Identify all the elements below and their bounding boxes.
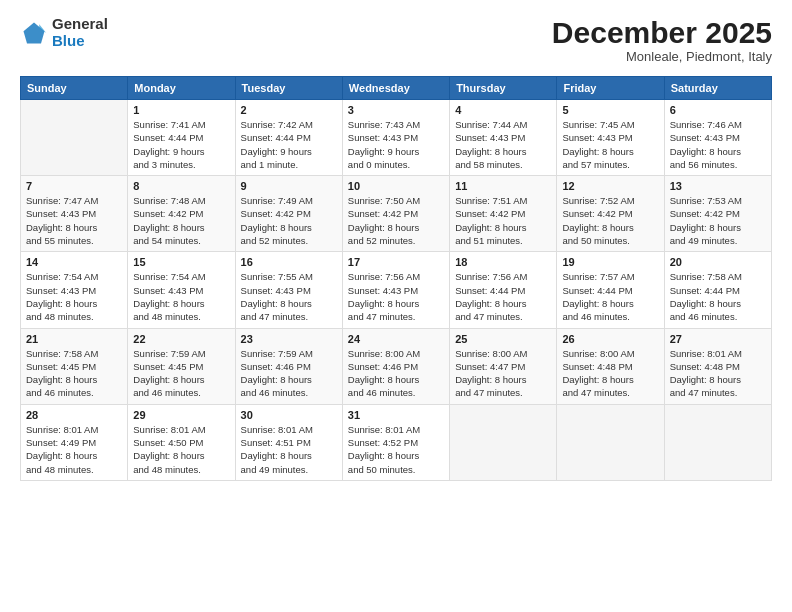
calendar-table: SundayMondayTuesdayWednesdayThursdayFrid… (20, 76, 772, 481)
calendar-week-row: 7Sunrise: 7:47 AMSunset: 4:43 PMDaylight… (21, 176, 772, 252)
day-info: Sunrise: 7:51 AMSunset: 4:42 PMDaylight:… (455, 194, 551, 247)
day-number: 11 (455, 180, 551, 192)
day-info: Sunrise: 7:44 AMSunset: 4:43 PMDaylight:… (455, 118, 551, 171)
calendar-cell: 25Sunrise: 8:00 AMSunset: 4:47 PMDayligh… (450, 328, 557, 404)
day-info: Sunrise: 7:55 AMSunset: 4:43 PMDaylight:… (241, 270, 337, 323)
day-info: Sunrise: 7:41 AMSunset: 4:44 PMDaylight:… (133, 118, 229, 171)
day-info: Sunrise: 7:54 AMSunset: 4:43 PMDaylight:… (133, 270, 229, 323)
calendar-cell: 9Sunrise: 7:49 AMSunset: 4:42 PMDaylight… (235, 176, 342, 252)
day-number: 19 (562, 256, 658, 268)
header-cell-sunday: Sunday (21, 77, 128, 100)
day-number: 24 (348, 333, 444, 345)
logo-text: General Blue (52, 16, 108, 49)
logo-icon (20, 19, 48, 47)
calendar-cell: 5Sunrise: 7:45 AMSunset: 4:43 PMDaylight… (557, 100, 664, 176)
calendar-cell: 6Sunrise: 7:46 AMSunset: 4:43 PMDaylight… (664, 100, 771, 176)
calendar-cell: 19Sunrise: 7:57 AMSunset: 4:44 PMDayligh… (557, 252, 664, 328)
day-info: Sunrise: 8:01 AMSunset: 4:48 PMDaylight:… (670, 347, 766, 400)
calendar-week-row: 1Sunrise: 7:41 AMSunset: 4:44 PMDaylight… (21, 100, 772, 176)
day-number: 29 (133, 409, 229, 421)
calendar-cell: 27Sunrise: 8:01 AMSunset: 4:48 PMDayligh… (664, 328, 771, 404)
calendar-cell: 16Sunrise: 7:55 AMSunset: 4:43 PMDayligh… (235, 252, 342, 328)
calendar-cell: 11Sunrise: 7:51 AMSunset: 4:42 PMDayligh… (450, 176, 557, 252)
calendar-cell: 1Sunrise: 7:41 AMSunset: 4:44 PMDaylight… (128, 100, 235, 176)
day-number: 27 (670, 333, 766, 345)
calendar-cell (557, 404, 664, 480)
title-block: December 2025 Monleale, Piedmont, Italy (552, 16, 772, 64)
calendar-cell (450, 404, 557, 480)
day-number: 8 (133, 180, 229, 192)
day-info: Sunrise: 7:48 AMSunset: 4:42 PMDaylight:… (133, 194, 229, 247)
day-number: 9 (241, 180, 337, 192)
day-number: 28 (26, 409, 122, 421)
day-number: 1 (133, 104, 229, 116)
calendar-cell: 22Sunrise: 7:59 AMSunset: 4:45 PMDayligh… (128, 328, 235, 404)
calendar-cell: 20Sunrise: 7:58 AMSunset: 4:44 PMDayligh… (664, 252, 771, 328)
day-info: Sunrise: 7:57 AMSunset: 4:44 PMDaylight:… (562, 270, 658, 323)
header-cell-thursday: Thursday (450, 77, 557, 100)
day-info: Sunrise: 8:01 AMSunset: 4:49 PMDaylight:… (26, 423, 122, 476)
day-info: Sunrise: 7:52 AMSunset: 4:42 PMDaylight:… (562, 194, 658, 247)
day-number: 4 (455, 104, 551, 116)
day-info: Sunrise: 8:00 AMSunset: 4:48 PMDaylight:… (562, 347, 658, 400)
day-number: 16 (241, 256, 337, 268)
day-number: 10 (348, 180, 444, 192)
day-number: 12 (562, 180, 658, 192)
calendar-cell (21, 100, 128, 176)
day-number: 17 (348, 256, 444, 268)
calendar-cell: 31Sunrise: 8:01 AMSunset: 4:52 PMDayligh… (342, 404, 449, 480)
calendar-cell: 10Sunrise: 7:50 AMSunset: 4:42 PMDayligh… (342, 176, 449, 252)
logo-line1: General (52, 16, 108, 33)
calendar-cell: 21Sunrise: 7:58 AMSunset: 4:45 PMDayligh… (21, 328, 128, 404)
day-number: 20 (670, 256, 766, 268)
header-cell-wednesday: Wednesday (342, 77, 449, 100)
calendar-cell: 29Sunrise: 8:01 AMSunset: 4:50 PMDayligh… (128, 404, 235, 480)
day-info: Sunrise: 7:54 AMSunset: 4:43 PMDaylight:… (26, 270, 122, 323)
day-number: 6 (670, 104, 766, 116)
day-info: Sunrise: 7:49 AMSunset: 4:42 PMDaylight:… (241, 194, 337, 247)
day-number: 13 (670, 180, 766, 192)
header: General Blue December 2025 Monleale, Pie… (20, 16, 772, 64)
calendar-cell (664, 404, 771, 480)
day-info: Sunrise: 7:56 AMSunset: 4:43 PMDaylight:… (348, 270, 444, 323)
day-number: 18 (455, 256, 551, 268)
day-info: Sunrise: 8:00 AMSunset: 4:46 PMDaylight:… (348, 347, 444, 400)
day-number: 30 (241, 409, 337, 421)
logo-line2: Blue (52, 33, 108, 50)
day-info: Sunrise: 7:56 AMSunset: 4:44 PMDaylight:… (455, 270, 551, 323)
calendar-cell: 30Sunrise: 8:01 AMSunset: 4:51 PMDayligh… (235, 404, 342, 480)
calendar-cell: 26Sunrise: 8:00 AMSunset: 4:48 PMDayligh… (557, 328, 664, 404)
day-number: 2 (241, 104, 337, 116)
day-info: Sunrise: 7:42 AMSunset: 4:44 PMDaylight:… (241, 118, 337, 171)
calendar-cell: 7Sunrise: 7:47 AMSunset: 4:43 PMDaylight… (21, 176, 128, 252)
header-cell-tuesday: Tuesday (235, 77, 342, 100)
calendar-week-row: 21Sunrise: 7:58 AMSunset: 4:45 PMDayligh… (21, 328, 772, 404)
calendar-cell: 14Sunrise: 7:54 AMSunset: 4:43 PMDayligh… (21, 252, 128, 328)
calendar-title: December 2025 (552, 16, 772, 49)
day-number: 31 (348, 409, 444, 421)
page-container: General Blue December 2025 Monleale, Pie… (0, 0, 792, 491)
calendar-cell: 3Sunrise: 7:43 AMSunset: 4:43 PMDaylight… (342, 100, 449, 176)
day-number: 3 (348, 104, 444, 116)
day-number: 22 (133, 333, 229, 345)
calendar-header-row: SundayMondayTuesdayWednesdayThursdayFrid… (21, 77, 772, 100)
day-number: 15 (133, 256, 229, 268)
day-info: Sunrise: 7:58 AMSunset: 4:45 PMDaylight:… (26, 347, 122, 400)
day-info: Sunrise: 7:47 AMSunset: 4:43 PMDaylight:… (26, 194, 122, 247)
svg-marker-0 (24, 22, 45, 43)
day-info: Sunrise: 7:59 AMSunset: 4:45 PMDaylight:… (133, 347, 229, 400)
day-info: Sunrise: 8:01 AMSunset: 4:51 PMDaylight:… (241, 423, 337, 476)
calendar-subtitle: Monleale, Piedmont, Italy (552, 49, 772, 64)
calendar-cell: 15Sunrise: 7:54 AMSunset: 4:43 PMDayligh… (128, 252, 235, 328)
calendar-cell: 17Sunrise: 7:56 AMSunset: 4:43 PMDayligh… (342, 252, 449, 328)
day-number: 21 (26, 333, 122, 345)
calendar-cell: 13Sunrise: 7:53 AMSunset: 4:42 PMDayligh… (664, 176, 771, 252)
day-info: Sunrise: 7:46 AMSunset: 4:43 PMDaylight:… (670, 118, 766, 171)
day-info: Sunrise: 8:01 AMSunset: 4:50 PMDaylight:… (133, 423, 229, 476)
calendar-cell: 28Sunrise: 8:01 AMSunset: 4:49 PMDayligh… (21, 404, 128, 480)
header-cell-saturday: Saturday (664, 77, 771, 100)
day-number: 5 (562, 104, 658, 116)
day-info: Sunrise: 7:58 AMSunset: 4:44 PMDaylight:… (670, 270, 766, 323)
day-info: Sunrise: 7:50 AMSunset: 4:42 PMDaylight:… (348, 194, 444, 247)
day-info: Sunrise: 7:45 AMSunset: 4:43 PMDaylight:… (562, 118, 658, 171)
